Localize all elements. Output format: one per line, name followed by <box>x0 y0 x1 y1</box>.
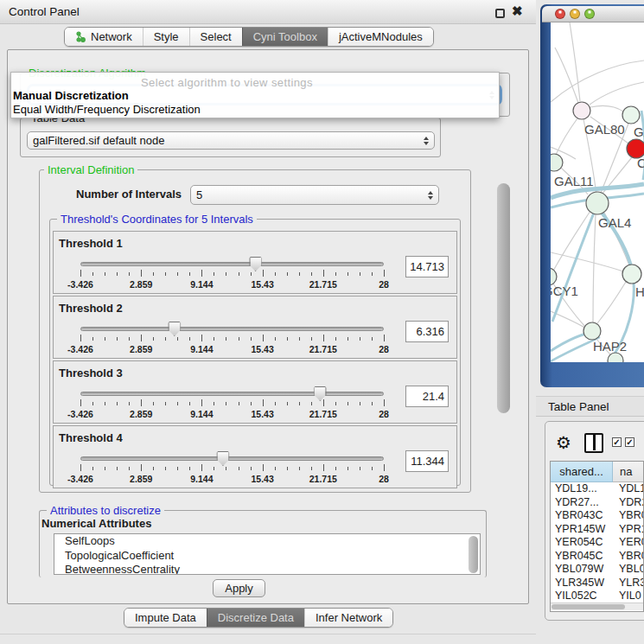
attribute-item[interactable]: BetweennessCentrality <box>54 563 480 575</box>
threshold-3-value-field[interactable]: 21.4 <box>405 386 449 407</box>
tab-style[interactable]: Style <box>143 28 189 46</box>
slider-tick <box>92 272 93 276</box>
control-panel-titlebar <box>0 0 536 24</box>
slider-tick <box>129 402 130 405</box>
tab-network[interactable]: Network <box>65 28 143 46</box>
zoom-traffic-light-icon[interactable] <box>584 9 595 19</box>
slider-tick-labels: -3.4262.8599.14415.4321.71528 <box>80 279 384 290</box>
slider-tick-label: 9.144 <box>190 344 213 354</box>
network-node-HA[interactable] <box>622 265 641 284</box>
checkbox-checked-icon[interactable]: ✓ <box>625 437 634 447</box>
numerical-attributes-list[interactable]: SelfLoopsTopologicalCoefficientBetweenne… <box>54 533 481 575</box>
tab-label: Network <box>91 30 132 43</box>
slider-tick <box>239 467 239 470</box>
network-edge <box>570 22 580 101</box>
dropdown-option-manual[interactable]: Manual Discretization <box>13 89 129 102</box>
slider-tick <box>384 399 385 406</box>
slider-tick-label: 15.43 <box>251 409 273 419</box>
apply-button[interactable]: Apply <box>213 579 265 597</box>
minimize-traffic-light-icon[interactable] <box>570 9 580 19</box>
attribute-item[interactable]: TopologicalCoefficient <box>54 549 480 564</box>
table-row[interactable]: YIL052CYIL0 <box>551 590 644 603</box>
slider-tick <box>384 335 385 341</box>
table-row[interactable]: YDL19...YDL1 <box>551 482 644 496</box>
slider-tick <box>360 467 360 470</box>
slider-tick <box>239 337 239 341</box>
slider-tick <box>263 464 264 471</box>
table-row[interactable]: YBR045CYBR0 <box>551 550 644 564</box>
panel-scrollbar[interactable] <box>497 183 510 413</box>
threshold-2-value-field[interactable]: 6.316 <box>405 321 449 342</box>
slider-tick <box>153 272 154 276</box>
threshold-4-slider[interactable]: -3.4262.8599.14415.4321.71528 <box>80 450 384 485</box>
slider-tick <box>384 270 385 277</box>
table-row[interactable]: YBR043CYBR0 <box>551 509 644 523</box>
network-edge <box>597 282 626 323</box>
network-node-GAL80[interactable] <box>573 102 590 119</box>
table-row[interactable]: YPR145WYPR1 <box>551 523 644 537</box>
network-edge <box>552 211 590 272</box>
split-view-icon[interactable] <box>584 433 603 453</box>
slider-tick <box>335 337 336 341</box>
slider-tick <box>335 467 336 470</box>
slider-tick <box>92 402 93 405</box>
tab-select[interactable]: Select <box>189 28 242 46</box>
slider-tick <box>153 467 154 470</box>
tab-discretize-data[interactable]: Discretize Data <box>207 609 304 627</box>
gear-icon[interactable]: ⚙ <box>556 432 571 453</box>
slider-tick <box>311 337 312 341</box>
table-row[interactable]: YBL079WYBL0 <box>551 563 644 577</box>
network-edge <box>590 82 644 105</box>
slider-tick <box>80 270 81 277</box>
network-canvas[interactable]: GAL80GACGAL11GAL4GCY1HAHAP2 <box>551 22 644 362</box>
close-icon[interactable]: ✖ <box>512 3 523 19</box>
node-attribute-table[interactable]: shared... na YDL19...YDL1YDR27...YDR2YBR… <box>550 461 644 612</box>
close-traffic-light-icon[interactable] <box>555 9 565 19</box>
slider-tick <box>165 337 166 341</box>
column-header-name[interactable]: na <box>613 462 644 482</box>
slider-tick <box>299 337 300 341</box>
slider-tick <box>105 272 105 276</box>
slider-tick-labels: -3.4262.8599.14415.4321.71528 <box>80 409 384 419</box>
tab-infer-network[interactable]: Infer Network <box>304 609 392 627</box>
slider-tick <box>287 467 288 470</box>
network-node-GA[interactable] <box>622 106 640 124</box>
table-horizontal-scrollbar[interactable] <box>551 603 643 610</box>
slider-tick <box>263 270 264 277</box>
threshold-3-panel: Threshold 3 -3.4262.8599.14415.4321.7152… <box>53 360 457 424</box>
threshold-1-value-field[interactable]: 14.713 <box>405 256 449 277</box>
slider-tick <box>80 335 81 341</box>
slider-ticks <box>80 335 384 342</box>
threshold-4-value-field[interactable]: 11.344 <box>405 450 449 472</box>
tab-jactivemnodules[interactable]: jActiveMNodules <box>328 28 433 46</box>
network-node-GAL4[interactable] <box>586 192 609 214</box>
checkbox-checked-icon[interactable]: ✓ <box>612 437 622 447</box>
list-scrollbar[interactable] <box>469 536 478 573</box>
attribute-item[interactable]: SelfLoops <box>54 534 480 549</box>
tab-cyni-toolbox[interactable]: Cyni Toolbox <box>242 28 328 46</box>
slider-tick <box>117 272 118 276</box>
dropdown-option-equal-width[interactable]: Equal Width/Frequency Discretization <box>13 103 201 116</box>
slider-tick <box>165 402 166 405</box>
scrollbar-thumb[interactable] <box>552 604 625 609</box>
threshold-3-slider[interactable]: -3.4262.8599.14415.4321.71528 <box>80 386 384 420</box>
network-node-HAP2[interactable] <box>583 322 601 340</box>
table-row[interactable]: YLR345WYLR3 <box>551 577 644 590</box>
table-cell: YDL1 <box>613 482 644 496</box>
slider-tick <box>360 402 360 405</box>
column-header-shared-name[interactable]: shared... <box>551 462 613 482</box>
number-of-intervals-select[interactable]: 5 <box>190 185 439 205</box>
table-row[interactable]: YER054CYER0 <box>551 536 644 550</box>
network-node-GAL11[interactable] <box>551 154 563 171</box>
threshold-2-slider[interactable]: -3.4262.8599.14415.4321.71528 <box>80 321 384 355</box>
slider-tick <box>323 464 324 471</box>
table-row[interactable]: YDR27...YDR2 <box>551 496 644 510</box>
tab-impute-data[interactable]: Impute Data <box>124 609 207 627</box>
network-node-label: HA <box>635 284 644 299</box>
table-data-select[interactable]: galFiltered.sif default node <box>27 131 435 150</box>
network-node-GCY1[interactable] <box>551 268 557 285</box>
threshold-1-slider[interactable]: -3.4262.8599.14415.4321.71528 <box>80 256 384 290</box>
float-window-icon[interactable] <box>495 9 505 18</box>
network-node-label: GCY1 <box>551 284 578 298</box>
slider-tick <box>105 467 105 470</box>
